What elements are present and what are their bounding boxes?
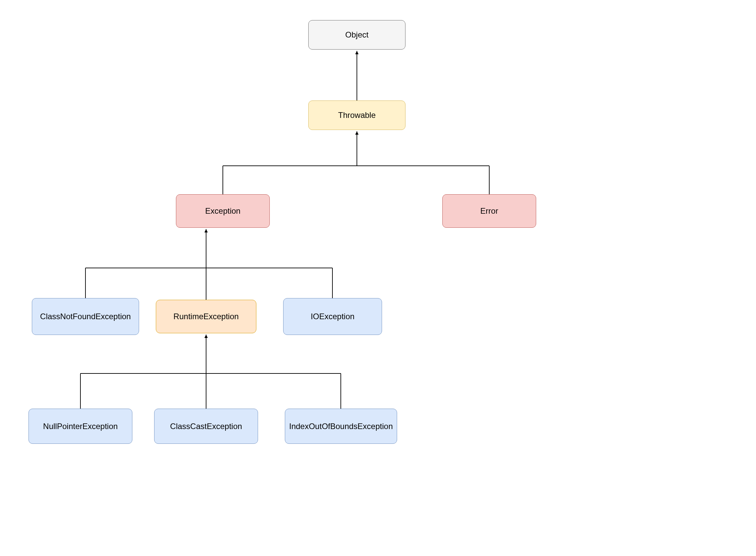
node-label: Exception: [205, 206, 240, 216]
node-label: IOException: [310, 312, 355, 321]
node-label: RuntimeException: [173, 312, 239, 321]
node-label: Object: [345, 30, 368, 39]
node-label: IndexOutOfBoundsException: [289, 422, 393, 431]
class-hierarchy-diagram: Object Throwable Exception Error ClassNo…: [0, 0, 756, 556]
node-throwable: Throwable: [308, 101, 405, 130]
node-label: Throwable: [338, 110, 376, 120]
node-label: NullPointerException: [43, 422, 118, 431]
node-indexoutofboundsexception: IndexOutOfBoundsException: [285, 409, 397, 444]
node-nullpointerexception: NullPointerException: [29, 409, 132, 444]
node-label: Error: [480, 206, 498, 216]
node-ioexception: IOException: [283, 298, 382, 335]
node-label: ClassNotFoundException: [40, 312, 131, 321]
node-object: Object: [308, 20, 405, 49]
diagram-edges: [0, 0, 756, 556]
node-classnotfoundexception: ClassNotFoundException: [32, 298, 139, 335]
node-classcastexception: ClassCastException: [154, 409, 258, 444]
node-label: ClassCastException: [170, 422, 242, 431]
node-error: Error: [442, 194, 536, 228]
node-exception: Exception: [176, 194, 270, 228]
node-runtimeexception: RuntimeException: [156, 300, 256, 333]
